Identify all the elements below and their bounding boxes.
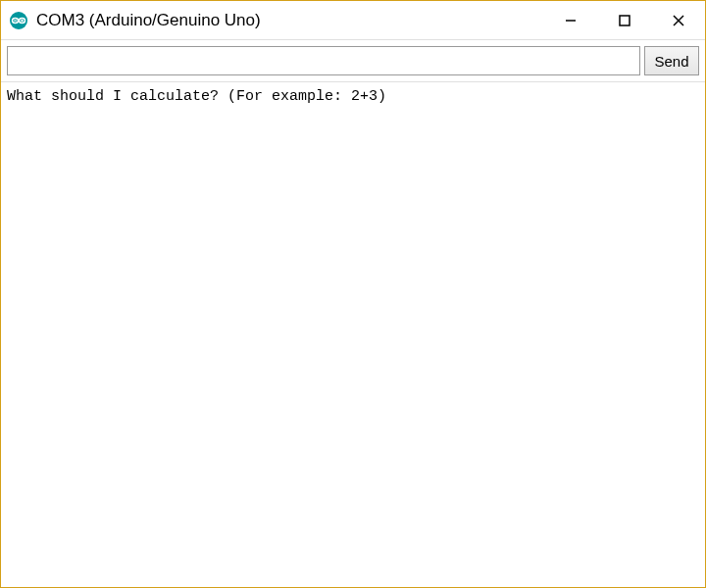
window-title: COM3 (Arduino/Genuino Uno)	[36, 11, 543, 30]
input-row: Send	[1, 40, 705, 82]
titlebar: COM3 (Arduino/Genuino Uno)	[1, 1, 705, 40]
arduino-icon	[9, 11, 28, 30]
send-button[interactable]: Send	[644, 46, 699, 75]
serial-monitor-window: COM3 (Arduino/Genuino Uno) Send	[0, 0, 706, 588]
console-output: What should I calculate? (For example: 2…	[1, 82, 705, 587]
close-button[interactable]	[651, 1, 705, 39]
svg-rect-7	[620, 16, 630, 25]
window-controls	[543, 1, 705, 39]
minimize-button[interactable]	[543, 1, 597, 39]
maximize-button[interactable]	[597, 1, 651, 39]
serial-input[interactable]	[7, 46, 640, 75]
